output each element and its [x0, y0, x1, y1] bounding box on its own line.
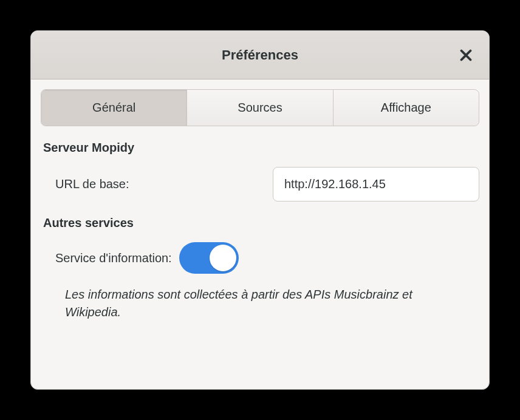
toggle-knob	[210, 245, 236, 271]
tab-bar: Général Sources Affichage	[41, 89, 479, 126]
preferences-dialog: Préférences Général Sources Affichage Se…	[30, 30, 490, 390]
info-service-label: Service d'information:	[55, 251, 172, 265]
dialog-content: Général Sources Affichage Serveur Mopidy…	[31, 80, 489, 331]
base-url-input[interactable]	[273, 167, 479, 202]
section-services-title: Autres services	[41, 216, 479, 230]
tab-sources[interactable]: Sources	[187, 90, 333, 126]
tab-display[interactable]: Affichage	[334, 90, 479, 126]
close-icon	[460, 49, 472, 61]
info-service-row: Service d'information:	[41, 242, 479, 274]
section-mopidy-title: Serveur Mopidy	[41, 141, 479, 155]
tab-general[interactable]: Général	[41, 90, 187, 126]
dialog-header: Préférences	[31, 31, 489, 80]
url-label: URL de base:	[55, 177, 129, 191]
info-service-toggle[interactable]	[179, 242, 239, 274]
url-row: URL de base:	[41, 167, 479, 202]
close-button[interactable]	[456, 46, 476, 65]
dialog-title: Préférences	[222, 47, 298, 63]
info-service-description: Les informations sont collectées à parti…	[41, 286, 479, 321]
